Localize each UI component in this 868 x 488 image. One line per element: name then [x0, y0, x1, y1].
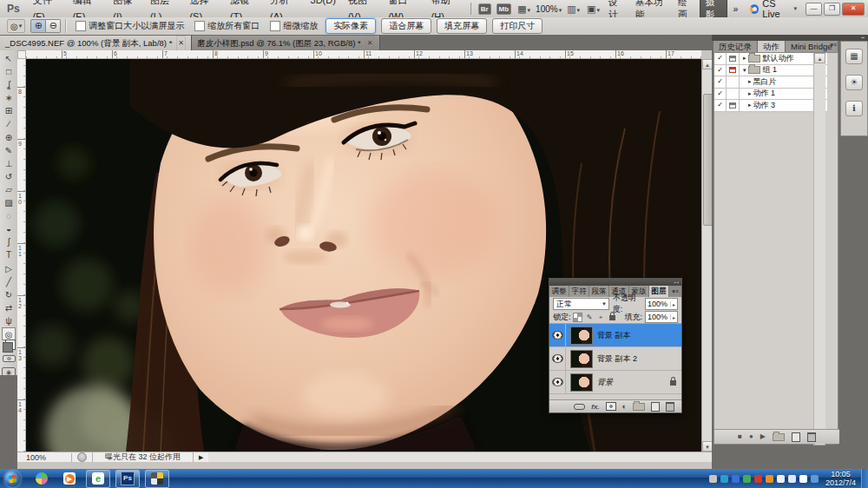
browser-app[interactable]: e [86, 470, 110, 488]
arrange-documents-icon[interactable]: ▥▾ [565, 3, 582, 15]
shield-icon[interactable] [720, 475, 728, 483]
visibility-toggle[interactable] [549, 324, 566, 346]
action-check-icon[interactable]: ✓ [714, 76, 727, 88]
action-row[interactable]: ✓▸默认动作 [714, 53, 827, 65]
quick-mask-button[interactable] [3, 355, 16, 362]
action-dialog-toggle[interactable] [727, 53, 740, 64]
document-tab[interactable]: 磨皮小样图.psd @ 76.1% (图层 23, RGB/8) *✕ [192, 36, 380, 50]
layer-row[interactable]: 背景 副本 2 [549, 347, 681, 371]
link-layers-icon[interactable] [574, 404, 585, 410]
actions-scrollbar[interactable]: ▲ ▼ [813, 53, 825, 445]
layer-row[interactable]: 背景 副本 [549, 324, 681, 347]
vertical-scrollbar[interactable]: ▲ ▼ [701, 59, 712, 452]
action-check-icon[interactable]: ✓ [714, 100, 727, 111]
crop-tool[interactable]: ⊞ [2, 104, 16, 117]
mini-bridge-icon[interactable]: Mb [496, 3, 512, 15]
expand-arrow-icon[interactable]: ▸ [743, 55, 746, 62]
show-desktop-button[interactable] [861, 469, 868, 488]
checkbox-box[interactable] [270, 21, 280, 31]
photoshop-app[interactable]: Ps [115, 470, 140, 488]
blend-mode-select[interactable]: 正常▾ [553, 298, 609, 310]
layers-panel-tab[interactable]: 字符 [569, 286, 589, 297]
panel-menu-icon[interactable]: ▾≡ [830, 42, 837, 49]
delete-layer-icon[interactable] [666, 402, 674, 412]
magic-wand-tool[interactable]: ∗ [2, 91, 16, 104]
action-dialog-toggle[interactable] [727, 89, 740, 100]
new-layer-icon[interactable] [651, 402, 660, 412]
close-button[interactable]: ✕ [842, 3, 865, 16]
minimize-button[interactable]: — [806, 3, 822, 16]
lasso-tool[interactable]: ʆ [2, 78, 16, 91]
new-set-icon[interactable] [773, 433, 785, 441]
start-button[interactable] [4, 471, 21, 487]
mail-icon[interactable] [754, 475, 762, 483]
image-viewer-app[interactable] [145, 470, 169, 488]
visibility-toggle[interactable] [549, 371, 566, 393]
window-switch-icon[interactable] [788, 475, 796, 483]
layers-panel-titlebar[interactable]: ▪ ▪ [549, 279, 681, 286]
foreground-color-swatch[interactable] [3, 342, 13, 353]
scroll-up-button[interactable]: ▲ [814, 53, 825, 63]
horizontal-scrollbar[interactable] [208, 452, 712, 462]
option-checkbox[interactable]: 调整窗口大小以满屏显示 [76, 20, 184, 32]
action-dialog-toggle[interactable] [727, 100, 740, 111]
view-extras-icon[interactable]: ▦▾ [516, 3, 532, 15]
action-check-icon[interactable]: ✓ [714, 89, 727, 100]
pan-3d-tool[interactable]: ⇄ [2, 301, 16, 314]
zoom-tool[interactable]: ◎ [2, 327, 16, 340]
layer-thumbnail[interactable] [570, 373, 593, 392]
panel-menu-icon[interactable]: ▾≡ [669, 286, 681, 297]
gradient-tool[interactable]: ▨ [2, 196, 16, 209]
fill-field[interactable]: 100%▸ [645, 311, 678, 323]
pen-tool[interactable]: ʃ [2, 235, 16, 248]
expand-arrow-icon[interactable]: ▸ [748, 102, 752, 109]
lock-position-icon[interactable]: + [597, 313, 605, 321]
adjustment-layer-icon[interactable]: ◐ [622, 401, 627, 412]
adjustments-panel-icon[interactable]: ☀ [845, 75, 863, 90]
zoom-tool-preset[interactable]: ◎▾ [7, 19, 25, 33]
option-checkbox[interactable]: 细微缩放 [270, 20, 318, 32]
action-check-icon[interactable]: ✓ [714, 65, 727, 76]
layer-style-icon[interactable]: fx. [591, 401, 599, 412]
document-tab[interactable]: _DSC4995.NEF @ 100% (背景 副本, Lab/8) *✕ [0, 36, 192, 50]
delete-icon[interactable] [807, 432, 816, 442]
volume-icon[interactable] [799, 475, 807, 483]
stop-icon[interactable]: ■ [738, 431, 742, 443]
new-action-icon[interactable] [792, 432, 800, 442]
status-zoom-field[interactable]: 100% [17, 453, 72, 462]
info-panel-icon[interactable]: ℹ [845, 101, 863, 116]
healing-brush-tool[interactable]: ⊕ [2, 131, 16, 144]
tab-close-icon[interactable]: ✕ [365, 36, 375, 51]
expand-arrow-icon[interactable]: ▸ [748, 90, 752, 97]
layer-thumbnail[interactable] [570, 326, 593, 345]
blur-tool[interactable]: ◌ [2, 209, 16, 222]
panel-tab[interactable]: 动作 [758, 41, 786, 52]
action-row[interactable]: ✓▾组 1 [714, 65, 827, 77]
option-button[interactable]: 打印尺寸 [492, 18, 542, 34]
image-panel-icon[interactable]: ▦ [845, 49, 863, 64]
status-info-icon[interactable] [77, 452, 87, 462]
lock-all-icon[interactable] [609, 315, 615, 320]
pinwheel-app[interactable] [30, 471, 53, 487]
layer-row[interactable]: 背景 [549, 371, 681, 394]
option-button[interactable]: 实际像素 [326, 18, 376, 34]
panel-tab[interactable]: 历史记录 [713, 41, 758, 52]
restore-button[interactable]: ❐ [824, 3, 840, 16]
expand-arrow-icon[interactable]: ▾ [743, 67, 746, 74]
hand-tool[interactable]: ψ [2, 314, 16, 327]
action-row[interactable]: ✓▸动作 3 [714, 100, 827, 112]
expand-arrow-icon[interactable]: ▸ [748, 78, 752, 85]
media-player-app[interactable] [58, 471, 81, 487]
security-icon[interactable] [766, 475, 773, 483]
screen-mode-icon[interactable]: ▣▾ [585, 3, 602, 15]
zoom-out-toggle[interactable]: ⊖ [46, 19, 61, 33]
layers-panel-tab[interactable]: 图层 [649, 286, 669, 297]
tab-close-icon[interactable]: ✕ [176, 36, 186, 51]
move-tool[interactable]: ↖ [2, 52, 16, 65]
color-swatches[interactable] [3, 342, 16, 350]
input-method-icon[interactable] [709, 475, 717, 483]
globe-icon[interactable] [743, 475, 751, 483]
option-checkbox[interactable]: 缩放所有窗口 [194, 20, 260, 32]
history-brush-tool[interactable]: ↺ [2, 170, 16, 183]
network-icon[interactable] [811, 475, 819, 483]
